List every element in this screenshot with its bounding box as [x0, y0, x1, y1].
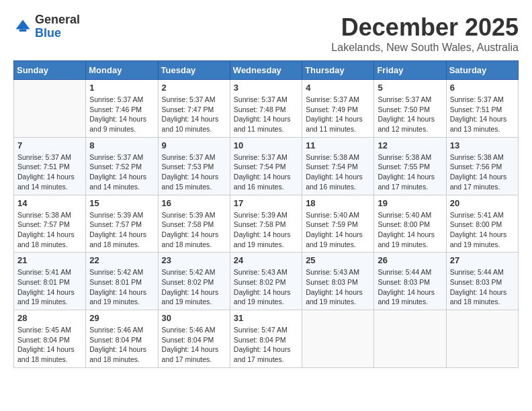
logo-general: General [35, 13, 80, 26]
day-number: 15 [89, 198, 154, 208]
calendar-week-2: 7Sunrise: 5:37 AMSunset: 7:51 PMDaylight… [14, 137, 519, 195]
location-title: Lakelands, New South Wales, Australia [331, 42, 519, 54]
table-row: 27Sunrise: 5:44 AMSunset: 8:03 PMDayligh… [446, 253, 518, 310]
svg-marker-0 [16, 19, 30, 29]
col-monday: Monday [86, 61, 158, 80]
day-number: 28 [17, 313, 82, 323]
day-info: Sunrise: 5:44 AMSunset: 8:03 PMDaylight:… [378, 267, 442, 307]
day-number: 18 [306, 198, 370, 208]
table-row: 19Sunrise: 5:40 AMSunset: 8:00 PMDayligh… [374, 195, 446, 253]
day-number: 25 [306, 255, 370, 265]
day-number: 9 [162, 140, 226, 150]
calendar-week-4: 21Sunrise: 5:41 AMSunset: 8:01 PMDayligh… [14, 253, 519, 310]
table-row: 29Sunrise: 5:46 AMSunset: 8:04 PMDayligh… [86, 310, 158, 368]
col-saturday: Saturday [446, 61, 518, 80]
day-number: 5 [378, 83, 442, 93]
table-row: 6Sunrise: 5:37 AMSunset: 7:51 PMDaylight… [446, 80, 518, 138]
day-info: Sunrise: 5:38 AMSunset: 7:54 PMDaylight:… [306, 152, 370, 192]
calendar-week-1: 1Sunrise: 5:37 AMSunset: 7:46 PMDaylight… [14, 80, 519, 138]
day-number: 12 [378, 140, 442, 150]
table-row: 3Sunrise: 5:37 AMSunset: 7:48 PMDaylight… [230, 80, 302, 138]
calendar-table: Sunday Monday Tuesday Wednesday Thursday… [13, 60, 519, 368]
day-info: Sunrise: 5:37 AMSunset: 7:47 PMDaylight:… [162, 95, 226, 134]
day-number: 24 [234, 255, 298, 265]
day-number: 4 [306, 83, 370, 93]
day-info: Sunrise: 5:37 AMSunset: 7:50 PMDaylight:… [378, 95, 442, 134]
day-info: Sunrise: 5:42 AMSunset: 8:02 PMDaylight:… [162, 267, 226, 307]
col-sunday: Sunday [14, 61, 86, 80]
table-row [446, 310, 518, 368]
table-row: 18Sunrise: 5:40 AMSunset: 7:59 PMDayligh… [302, 195, 374, 253]
day-number: 3 [234, 83, 298, 93]
table-row: 16Sunrise: 5:39 AMSunset: 7:58 PMDayligh… [158, 195, 230, 253]
day-info: Sunrise: 5:37 AMSunset: 7:46 PMDaylight:… [89, 95, 154, 134]
day-info: Sunrise: 5:37 AMSunset: 7:53 PMDaylight:… [162, 152, 226, 192]
day-number: 14 [17, 198, 82, 208]
day-info: Sunrise: 5:37 AMSunset: 7:51 PMDaylight:… [17, 152, 82, 192]
table-row [302, 310, 374, 368]
calendar-week-3: 14Sunrise: 5:38 AMSunset: 7:57 PMDayligh… [14, 195, 519, 253]
col-tuesday: Tuesday [158, 61, 230, 80]
day-number: 13 [450, 140, 515, 150]
day-info: Sunrise: 5:37 AMSunset: 7:48 PMDaylight:… [234, 95, 298, 134]
day-number: 27 [450, 255, 515, 265]
month-title: December 2025 [331, 13, 519, 42]
day-info: Sunrise: 5:39 AMSunset: 7:57 PMDaylight:… [89, 210, 154, 250]
table-row: 2Sunrise: 5:37 AMSunset: 7:47 PMDaylight… [158, 80, 230, 138]
day-number: 21 [17, 255, 82, 265]
table-row: 26Sunrise: 5:44 AMSunset: 8:03 PMDayligh… [374, 253, 446, 310]
logo-blue: Blue [35, 26, 61, 40]
day-info: Sunrise: 5:43 AMSunset: 8:03 PMDaylight:… [306, 267, 370, 307]
day-number: 1 [89, 83, 154, 93]
day-info: Sunrise: 5:37 AMSunset: 7:49 PMDaylight:… [306, 95, 370, 134]
table-row: 13Sunrise: 5:38 AMSunset: 7:56 PMDayligh… [446, 137, 518, 195]
day-number: 17 [234, 198, 298, 208]
table-row [14, 80, 86, 138]
table-row: 25Sunrise: 5:43 AMSunset: 8:03 PMDayligh… [302, 253, 374, 310]
day-number: 6 [450, 83, 515, 93]
day-info: Sunrise: 5:37 AMSunset: 7:54 PMDaylight:… [234, 152, 298, 192]
logo: General Blue [13, 13, 80, 40]
table-row: 14Sunrise: 5:38 AMSunset: 7:57 PMDayligh… [14, 195, 86, 253]
day-info: Sunrise: 5:39 AMSunset: 7:58 PMDaylight:… [234, 210, 298, 250]
day-info: Sunrise: 5:47 AMSunset: 8:04 PMDaylight:… [234, 325, 298, 365]
table-row: 15Sunrise: 5:39 AMSunset: 7:57 PMDayligh… [86, 195, 158, 253]
day-info: Sunrise: 5:38 AMSunset: 7:55 PMDaylight:… [378, 152, 442, 192]
table-row: 28Sunrise: 5:45 AMSunset: 8:04 PMDayligh… [14, 310, 86, 368]
table-row: 7Sunrise: 5:37 AMSunset: 7:51 PMDaylight… [14, 137, 86, 195]
table-row: 20Sunrise: 5:41 AMSunset: 8:00 PMDayligh… [446, 195, 518, 253]
calendar-week-5: 28Sunrise: 5:45 AMSunset: 8:04 PMDayligh… [14, 310, 519, 368]
table-row: 21Sunrise: 5:41 AMSunset: 8:01 PMDayligh… [14, 253, 86, 310]
table-row [374, 310, 446, 368]
table-row: 4Sunrise: 5:37 AMSunset: 7:49 PMDaylight… [302, 80, 374, 138]
day-number: 29 [89, 313, 154, 323]
table-row: 8Sunrise: 5:37 AMSunset: 7:52 PMDaylight… [86, 137, 158, 195]
logo-icon [13, 17, 32, 36]
table-row: 10Sunrise: 5:37 AMSunset: 7:54 PMDayligh… [230, 137, 302, 195]
table-row: 12Sunrise: 5:38 AMSunset: 7:55 PMDayligh… [374, 137, 446, 195]
header: General Blue December 2025 Lakelands, Ne… [13, 13, 519, 54]
day-info: Sunrise: 5:38 AMSunset: 7:57 PMDaylight:… [17, 210, 82, 250]
day-number: 30 [162, 313, 226, 323]
day-number: 7 [17, 140, 82, 150]
day-info: Sunrise: 5:42 AMSunset: 8:01 PMDaylight:… [89, 267, 154, 307]
col-friday: Friday [374, 61, 446, 80]
table-row: 9Sunrise: 5:37 AMSunset: 7:53 PMDaylight… [158, 137, 230, 195]
table-row: 1Sunrise: 5:37 AMSunset: 7:46 PMDaylight… [86, 80, 158, 138]
day-info: Sunrise: 5:46 AMSunset: 8:04 PMDaylight:… [89, 325, 154, 365]
day-info: Sunrise: 5:38 AMSunset: 7:56 PMDaylight:… [450, 152, 515, 192]
day-number: 16 [162, 198, 226, 208]
logo-text: General Blue [35, 13, 80, 40]
day-info: Sunrise: 5:40 AMSunset: 8:00 PMDaylight:… [378, 210, 442, 250]
table-row: 30Sunrise: 5:46 AMSunset: 8:04 PMDayligh… [158, 310, 230, 368]
day-number: 2 [162, 83, 226, 93]
title-area: December 2025 Lakelands, New South Wales… [331, 13, 519, 54]
day-number: 10 [234, 140, 298, 150]
day-info: Sunrise: 5:39 AMSunset: 7:58 PMDaylight:… [162, 210, 226, 250]
table-row: 5Sunrise: 5:37 AMSunset: 7:50 PMDaylight… [374, 80, 446, 138]
day-number: 26 [378, 255, 442, 265]
day-info: Sunrise: 5:41 AMSunset: 8:01 PMDaylight:… [17, 267, 82, 307]
day-number: 19 [378, 198, 442, 208]
day-info: Sunrise: 5:45 AMSunset: 8:04 PMDaylight:… [17, 325, 82, 365]
day-number: 22 [89, 255, 154, 265]
